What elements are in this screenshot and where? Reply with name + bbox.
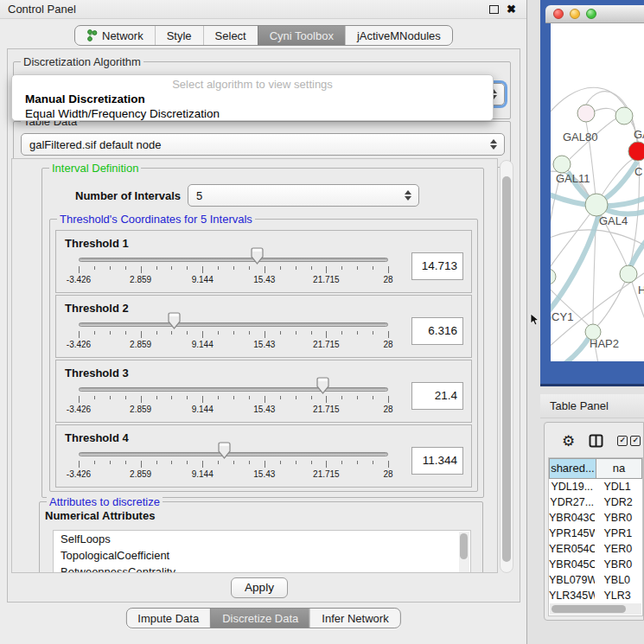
network-node-node-top-right[interactable] (615, 107, 633, 124)
apply-button[interactable]: Apply (231, 577, 288, 598)
network-node-GAL4[interactable] (585, 194, 608, 216)
numerical-attributes-list[interactable]: SelfLoopsTopologicalCoefficientBetweenne… (53, 530, 471, 573)
slider-handle-icon[interactable] (250, 247, 265, 265)
cell-name[interactable]: YER0 (595, 541, 642, 557)
axis-tick-label: 28 (383, 405, 392, 414)
checkbox-icon[interactable]: ✓ (630, 436, 641, 446)
tab-jactivemnodules[interactable]: jActiveMNodules (345, 26, 452, 45)
node-table: shared... na YDL19...YDL1YDR27...YDR2YBR… (548, 457, 643, 616)
cell-shared-name[interactable]: YDR27... (549, 494, 595, 510)
threshold-slider[interactable]: -3.4262.8599.14415.4321.71528 (79, 360, 388, 423)
mouse-cursor (530, 313, 540, 327)
cell-shared-name[interactable]: YLR345W (549, 588, 595, 603)
cell-shared-name[interactable]: YPR145W (549, 526, 595, 541)
dropdown-prompt: Select algorithm to view settings (12, 77, 493, 92)
cell-name[interactable]: YDR2 (595, 494, 642, 510)
slider-track[interactable] (79, 258, 388, 262)
algorithm-dropdown-popup: Select algorithm to view settings Manual… (11, 74, 494, 121)
network-node-GAL11[interactable] (553, 156, 571, 173)
threshold-panel: Threshold 1 -3.4262.8599.14415.4321.7152… (55, 230, 472, 293)
table-row[interactable]: YDL19...YDL1 (549, 479, 642, 494)
cell-name[interactable]: YPR1 (595, 526, 642, 541)
top-tab-bar: NetworkStyleSelectCyni ToolboxjActiveMNo… (74, 25, 453, 46)
network-edge[interactable] (630, 233, 644, 267)
threshold-value[interactable]: 14.713 (411, 252, 463, 280)
attribute-list-item[interactable]: SelfLoops (54, 531, 470, 547)
axis-tick-label: 15.43 (253, 469, 275, 479)
panel-scrollbar[interactable] (500, 160, 513, 573)
threshold-slider[interactable]: -3.4262.8599.14415.4321.71528 (79, 425, 388, 488)
node-label: GAL11 (556, 172, 590, 185)
cell-shared-name[interactable]: YBR043C (549, 510, 595, 526)
slider-track[interactable] (79, 387, 388, 392)
table-data-combobox[interactable]: galFiltered.sif default node (21, 133, 505, 156)
network-edge[interactable] (551, 214, 599, 321)
network-node-GAL80[interactable] (577, 105, 595, 122)
slider-handle-icon[interactable] (316, 377, 330, 394)
cell-shared-name[interactable]: YBR045C (549, 557, 595, 572)
cell-name[interactable]: YDL1 (595, 479, 642, 494)
table-horizontal-scrollbar[interactable] (550, 603, 641, 615)
threshold-value[interactable]: 11.344 (411, 447, 463, 475)
slider-handle-icon[interactable] (217, 442, 232, 459)
tab-cyni-toolbox[interactable]: Cyni Toolbox (258, 26, 345, 45)
dropdown-option-manual-discretization[interactable]: Manual Discretization (12, 92, 493, 106)
bottom-tab-bar: Impute DataDiscretize DataInfer Network (125, 608, 400, 628)
slider-handle-icon[interactable] (167, 312, 182, 329)
axis-tick-label: 9.144 (192, 275, 214, 284)
tab-discretize-data[interactable]: Discretize Data (210, 609, 309, 628)
cell-shared-name[interactable]: YDL19... (549, 479, 595, 494)
cell-name[interactable]: YLR3 (595, 588, 642, 603)
table-row[interactable]: YBR043CYBR0 (549, 510, 642, 526)
float-window-icon[interactable] (489, 5, 499, 14)
checkbox-icon[interactable]: ✓ (617, 436, 628, 446)
cell-shared-name[interactable]: YBL079W (549, 572, 595, 588)
attribute-list-item[interactable]: TopologicalCoefficient (54, 547, 470, 564)
close-icon[interactable]: ✖ (507, 5, 516, 14)
cell-name[interactable]: YBR0 (595, 510, 642, 526)
threshold-panel: Threshold 4 -3.4262.8599.14415.4321.7152… (55, 424, 472, 488)
cell-shared-name[interactable]: YER054C (549, 541, 595, 557)
discretization-algorithm-group-title: Discretization Algorithm (21, 55, 143, 68)
split-view-icon[interactable] (589, 434, 603, 448)
cell-name[interactable]: YBR0 (595, 557, 642, 572)
table-row[interactable]: YER054CYER0 (549, 541, 642, 557)
threshold-value[interactable]: 6.316 (411, 317, 463, 345)
slider-track[interactable] (79, 322, 388, 327)
minimize-traffic-light-icon[interactable] (570, 9, 580, 19)
settings-scrollpane: Interval Definition Number of Intervals … (11, 158, 498, 573)
zoom-traffic-light-icon[interactable] (586, 9, 596, 19)
table-row[interactable]: YPR145WYPR1 (549, 526, 642, 541)
threshold-slider[interactable]: -3.4262.8599.14415.4321.71528 (79, 296, 388, 358)
close-traffic-light-icon[interactable] (553, 9, 564, 19)
tab-infer-network[interactable]: Infer Network (309, 609, 399, 628)
gear-icon[interactable]: ⚙ (562, 434, 575, 449)
number-of-intervals-combobox[interactable]: 5 (188, 184, 419, 207)
table-row[interactable]: YLR345WYLR3 (549, 588, 642, 603)
table-row[interactable]: YBR045CYBR0 (549, 557, 642, 572)
column-header-shared-name[interactable]: shared... (549, 458, 596, 479)
dropdown-option-equal-width-frequency[interactable]: Equal Width/Frequency Discretization (12, 106, 493, 121)
threshold-slider[interactable]: -3.4262.8599.14415.4321.71528 (79, 231, 388, 293)
network-edge[interactable] (551, 338, 589, 361)
tab-network[interactable]: Network (75, 26, 155, 45)
network-edge[interactable] (601, 162, 637, 201)
network-edge[interactable] (594, 108, 616, 113)
table-header: shared... na (549, 458, 642, 479)
threshold-value[interactable]: 21.4 (411, 382, 463, 410)
table-row[interactable]: YDR27...YDR2 (549, 494, 642, 510)
network-canvas[interactable]: GAL80GACGAL11GAL4GCY1HHAP2 (551, 23, 644, 361)
list-scrollbar[interactable] (459, 532, 469, 573)
tab-style[interactable]: Style (155, 26, 203, 45)
slider-track[interactable] (79, 452, 388, 456)
cell-name[interactable]: YBL0 (595, 572, 642, 588)
network-node-node-right-mid[interactable] (620, 265, 637, 283)
tab-impute-data[interactable]: Impute Data (126, 609, 210, 628)
tab-select[interactable]: Select (203, 26, 258, 45)
column-header-name[interactable]: na (596, 458, 642, 479)
table-panel-title: Table Panel (540, 399, 609, 412)
table-row[interactable]: YBL079WYBL0 (549, 572, 642, 588)
network-node-GCY1[interactable] (551, 269, 556, 284)
network-node-node-red[interactable] (628, 142, 644, 161)
attribute-list-item[interactable]: BetweennessCentrality (54, 564, 470, 573)
